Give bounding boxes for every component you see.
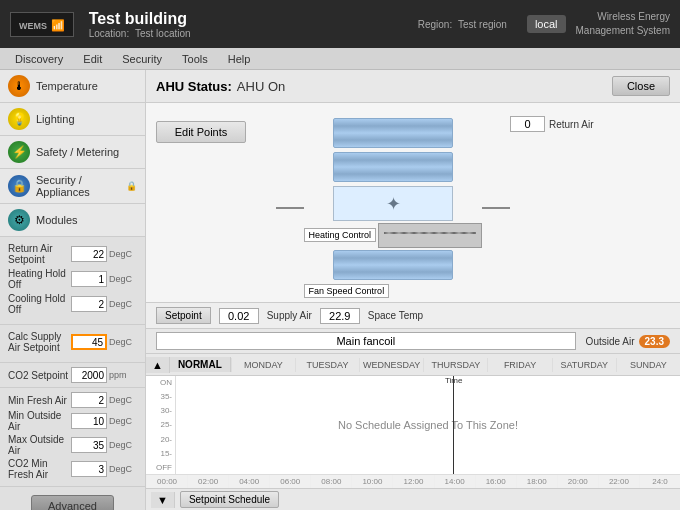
- menu-tools[interactable]: Tools: [172, 51, 218, 67]
- sidebar: 🌡 Temperature 💡 Lighting ⚡ Safety / Mete…: [0, 70, 146, 510]
- x-label-2200: 22:00: [598, 475, 639, 488]
- co2-label: CO2 Setpoint: [8, 370, 71, 381]
- building-name: Test building: [89, 10, 418, 28]
- return-air-label: Return Air: [549, 119, 593, 130]
- space-temp-label: Space Temp: [368, 310, 423, 321]
- sidebar-item-temperature[interactable]: 🌡 Temperature: [0, 70, 145, 103]
- security-icon: 🔒: [8, 175, 30, 197]
- sidebar-item-safety[interactable]: ⚡ Safety / Metering: [0, 136, 145, 169]
- setpoint-schedule-button[interactable]: Setpoint Schedule: [180, 491, 279, 508]
- outside-air-label: Outside Air: [586, 336, 635, 347]
- coil-bank-2: [333, 152, 453, 182]
- coil-bank-3: [333, 250, 453, 280]
- diagram-left: Edit Points: [156, 111, 276, 294]
- schedule-down-arrow[interactable]: ▼: [151, 492, 175, 508]
- setpoint-row: Setpoint 0.02 Supply Air 22.9 Space Temp: [146, 303, 680, 329]
- close-button[interactable]: Close: [612, 76, 670, 96]
- schedule-up-arrow[interactable]: ▲: [146, 357, 170, 373]
- menu-help[interactable]: Help: [218, 51, 261, 67]
- x-label-0800: 08:00: [310, 475, 351, 488]
- sidebar-label-modules: Modules: [36, 214, 78, 226]
- region-info: Region: Test region: [418, 19, 507, 30]
- y-label-on: ON: [146, 378, 175, 387]
- sidebar-label-safety: Safety / Metering: [36, 146, 119, 158]
- temperature-icon: 🌡: [8, 75, 30, 97]
- y-axis: ON 35- 30- 25- 20- 15- OFF: [146, 376, 176, 474]
- x-label-2400: 24:0: [639, 475, 680, 488]
- logo-text: WEMS: [19, 21, 47, 31]
- wems-title: Wireless Energy Management System: [576, 10, 671, 38]
- max-outside-input[interactable]: [71, 437, 107, 453]
- calc-supply-input[interactable]: [71, 334, 107, 350]
- min-outside-unit: DegC: [109, 416, 137, 426]
- time-marker: Time: [445, 376, 462, 385]
- min-fresh-input[interactable]: [71, 392, 107, 408]
- x-label-2000: 20:00: [557, 475, 598, 488]
- heating-hold-label: Heating Hold Off: [8, 268, 71, 290]
- menubar: Discovery Edit Security Tools Help: [0, 48, 680, 70]
- setpoint-button[interactable]: Setpoint: [156, 307, 211, 324]
- time-line: Time: [453, 376, 454, 474]
- x-label-1600: 16:00: [475, 475, 516, 488]
- co2-input[interactable]: [71, 367, 107, 383]
- sidebar-item-lighting[interactable]: 💡 Lighting: [0, 103, 145, 136]
- return-air-input[interactable]: [71, 246, 107, 262]
- fan-icon: ✦: [386, 193, 401, 215]
- heating-element: [378, 223, 482, 248]
- logo: WEMS 📶: [10, 12, 74, 37]
- safety-icon: ⚡: [8, 141, 30, 163]
- return-air-unit: DegC: [109, 249, 137, 259]
- duct-line-top-left: [276, 207, 304, 209]
- ahu-status-label: AHU Status:: [156, 79, 232, 94]
- y-label-35: 35-: [146, 392, 175, 401]
- menu-edit[interactable]: Edit: [73, 51, 112, 67]
- co2-row: CO2 Setpoint ppm: [0, 363, 145, 388]
- day-monday: MONDAY: [231, 358, 295, 372]
- lighting-icon: 💡: [8, 108, 30, 130]
- max-outside-label: Max Outside Air: [8, 434, 71, 456]
- ahu-status-bar: AHU Status: AHU On Close: [146, 70, 680, 103]
- return-air-setpoint-row: Return Air Setpoint DegC: [8, 243, 137, 265]
- menu-discovery[interactable]: Discovery: [5, 51, 73, 67]
- heating-hold-input[interactable]: [71, 271, 107, 287]
- cooling-hold-row: Cooling Hold Off DegC: [8, 293, 137, 315]
- fan-section: ✦: [333, 186, 453, 221]
- space-temp-value: 22.9: [320, 308, 360, 324]
- diagram-center: ✦ Heating Control Fan Speed Control: [276, 111, 510, 294]
- min-fresh-unit: DegC: [109, 395, 137, 405]
- schedule-body: ON 35- 30- 25- 20- 15- OFF No Schedule A…: [146, 376, 680, 474]
- x-label-0400: 04:00: [228, 475, 269, 488]
- x-label-0000: 00:00: [146, 475, 187, 488]
- y-label-30: 30-: [146, 406, 175, 415]
- return-air-value: 0: [510, 116, 545, 132]
- co2-min-fresh-input[interactable]: [71, 461, 107, 477]
- sidebar-item-modules[interactable]: ⚙ Modules: [0, 204, 145, 237]
- sidebar-item-security[interactable]: 🔒 Security / Appliances 🔒: [0, 169, 145, 204]
- x-label-1000: 10:00: [351, 475, 392, 488]
- no-schedule-message: No Schedule Assigned To This Zone!: [338, 419, 518, 431]
- day-sunday: SUNDAY: [616, 358, 680, 372]
- advanced-button[interactable]: Advanced: [31, 495, 114, 510]
- fancoil-bar: Main fancoil Outside Air 23.3: [146, 329, 680, 354]
- y-label-25: 25-: [146, 420, 175, 429]
- modules-icon: ⚙: [8, 209, 30, 231]
- heating-control-button[interactable]: Heating Control: [304, 228, 377, 242]
- min-outside-input[interactable]: [71, 413, 107, 429]
- ahu-diagram: Edit Points ✦ Heating Control: [146, 103, 680, 303]
- setpoint-section: Return Air Setpoint DegC Heating Hold Of…: [0, 237, 145, 325]
- fan-speed-button[interactable]: Fan Speed Control: [304, 284, 390, 298]
- main-layout: 🌡 Temperature 💡 Lighting ⚡ Safety / Mete…: [0, 70, 680, 510]
- co2-min-fresh-row: CO2 Min Fresh Air DegC: [8, 458, 137, 480]
- building-info: Test building Location: Test location: [89, 10, 418, 39]
- day-tuesday: TUESDAY: [295, 358, 359, 372]
- cooling-hold-input[interactable]: [71, 296, 107, 312]
- schedule-section: ▲ NORMAL MONDAY TUESDAY WEDNESDAY THURSD…: [146, 354, 680, 510]
- min-outside-label: Min Outside Air: [8, 410, 71, 432]
- max-outside-unit: DegC: [109, 440, 137, 450]
- menu-security[interactable]: Security: [112, 51, 172, 67]
- ahu-status-value: AHU On: [237, 79, 612, 94]
- sidebar-label-lighting: Lighting: [36, 113, 75, 125]
- x-label-0200: 02:00: [187, 475, 228, 488]
- edit-points-button[interactable]: Edit Points: [156, 121, 246, 143]
- schedule-grid: No Schedule Assigned To This Zone! Time: [176, 376, 680, 474]
